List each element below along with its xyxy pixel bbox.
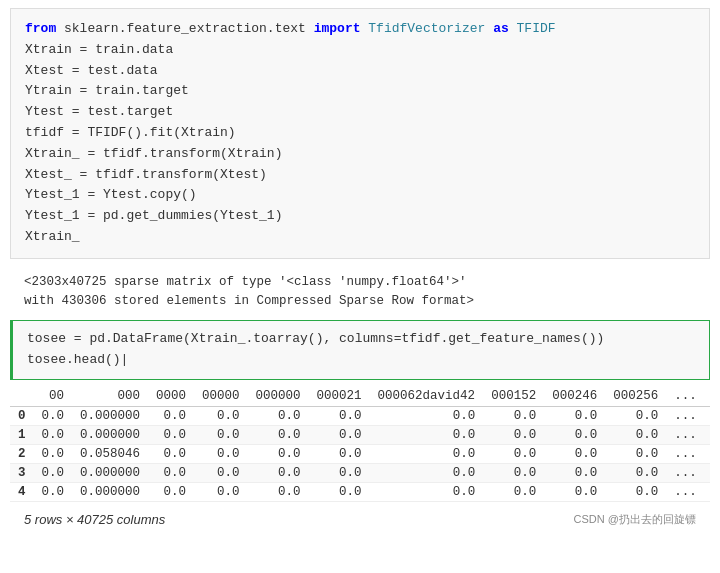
code-line-5: Ytest = test.target bbox=[25, 102, 695, 123]
cell: 0.0 bbox=[483, 425, 544, 444]
cell: 0.0 bbox=[605, 463, 666, 482]
cell: 0.0 bbox=[309, 463, 370, 482]
cell: 0.0 bbox=[34, 444, 73, 463]
dataframe-container: 00 000 0000 00000 000000 000021 000062da… bbox=[10, 386, 710, 502]
cell: 0.0 bbox=[34, 406, 73, 425]
cell: 0.0 bbox=[309, 406, 370, 425]
col-header-zwrm: zwrm bbox=[705, 386, 710, 407]
cell: 0.0 bbox=[194, 444, 248, 463]
cell: 0.0 bbox=[194, 406, 248, 425]
cell: 0.0 bbox=[148, 444, 194, 463]
row-index-3: 3 bbox=[10, 463, 34, 482]
cell: 0.0 bbox=[370, 406, 484, 425]
row-index-0: 0 bbox=[10, 406, 34, 425]
cell: 0.0 bbox=[605, 425, 666, 444]
cell: 0.0 bbox=[483, 463, 544, 482]
cell: 0.0 bbox=[605, 406, 666, 425]
code-line-11: Xtrain_ bbox=[25, 227, 695, 248]
cell: 0.0 bbox=[544, 425, 605, 444]
cell: 0.0 bbox=[34, 463, 73, 482]
cell: 0.0 bbox=[544, 444, 605, 463]
cell-ellipsis: ... bbox=[666, 482, 705, 501]
cell: 0.0 bbox=[309, 425, 370, 444]
cell: 0.0 bbox=[705, 463, 710, 482]
row-index-1: 1 bbox=[10, 425, 34, 444]
cell: 0.0 bbox=[370, 444, 484, 463]
cell: 0.0 bbox=[34, 482, 73, 501]
cell: 0.0 bbox=[148, 406, 194, 425]
col-header-000062david42: 000062david42 bbox=[370, 386, 484, 407]
table-row: 2 0.0 0.058046 0.0 0.0 0.0 0.0 0.0 0.0 0… bbox=[10, 444, 710, 463]
code-line-2: Xtrain = train.data bbox=[25, 40, 695, 61]
output-block-1: <2303x40725 sparse matrix of type '<clas… bbox=[10, 267, 710, 317]
cell-ellipsis: ... bbox=[666, 406, 705, 425]
code-line-7: Xtrain_ = tfidf.transform(Xtrain) bbox=[25, 144, 695, 165]
cell: 0.0 bbox=[194, 425, 248, 444]
row-index-2: 2 bbox=[10, 444, 34, 463]
col-header-000256: 000256 bbox=[605, 386, 666, 407]
cell: 0.0 bbox=[483, 406, 544, 425]
output-line-1: <2303x40725 sparse matrix of type '<clas… bbox=[24, 273, 696, 292]
cell: 0.0 bbox=[705, 406, 710, 425]
table-summary: 5 rows × 40725 columns bbox=[24, 512, 165, 527]
cell: 0.0 bbox=[705, 482, 710, 501]
cell: 0.0 bbox=[148, 425, 194, 444]
col-header-000: 000 bbox=[72, 386, 148, 407]
cell: 0.0 bbox=[605, 482, 666, 501]
cell: 0.000000 bbox=[72, 463, 148, 482]
cell: 0.0 bbox=[483, 444, 544, 463]
cell: 0.0 bbox=[248, 406, 309, 425]
cell: 0.0 bbox=[370, 463, 484, 482]
code-line-9: Ytest_1 = Ytest.copy() bbox=[25, 185, 695, 206]
cell: 0.0 bbox=[194, 482, 248, 501]
code2-line-1: tosee = pd.DataFrame(Xtrain_.toarray(), … bbox=[27, 329, 695, 350]
cell: 0.0 bbox=[248, 463, 309, 482]
col-header-0000: 0000 bbox=[148, 386, 194, 407]
cell: 0.0 bbox=[370, 425, 484, 444]
code-block-1: from sklearn.feature_extraction.text imp… bbox=[10, 8, 710, 259]
cell: 0.000000 bbox=[72, 425, 148, 444]
cell: 0.0 bbox=[605, 444, 666, 463]
cell: 0.0 bbox=[483, 482, 544, 501]
dataframe-table: 00 000 0000 00000 000000 000021 000062da… bbox=[10, 386, 710, 502]
table-row: 0 0.0 0.000000 0.0 0.0 0.0 0.0 0.0 0.0 0… bbox=[10, 406, 710, 425]
output-line-2: with 430306 stored elements in Compresse… bbox=[24, 292, 696, 311]
cell: 0.0 bbox=[370, 482, 484, 501]
footer: 5 rows × 40725 columns CSDN @扔出去的回旋镖 bbox=[10, 506, 710, 533]
cell: 0.0 bbox=[705, 444, 710, 463]
col-header-ellipsis: ... bbox=[666, 386, 705, 407]
cell: 0.000000 bbox=[72, 406, 148, 425]
col-header-000021: 000021 bbox=[309, 386, 370, 407]
cell: 0.0 bbox=[544, 482, 605, 501]
cell: 0.0 bbox=[34, 425, 73, 444]
col-header-00: 00 bbox=[34, 386, 73, 407]
col-header-00000: 00000 bbox=[194, 386, 248, 407]
code-line-1: from sklearn.feature_extraction.text imp… bbox=[25, 19, 695, 40]
table-row: 3 0.0 0.000000 0.0 0.0 0.0 0.0 0.0 0.0 0… bbox=[10, 463, 710, 482]
cell: 0.0 bbox=[248, 482, 309, 501]
cell: 0.0 bbox=[309, 482, 370, 501]
watermark: CSDN @扔出去的回旋镖 bbox=[574, 512, 696, 527]
cell: 0.0 bbox=[248, 425, 309, 444]
table-row: 1 0.0 0.000000 0.0 0.0 0.0 0.0 0.0 0.0 0… bbox=[10, 425, 710, 444]
col-header-000000: 000000 bbox=[248, 386, 309, 407]
cell-ellipsis: ... bbox=[666, 444, 705, 463]
cell: 0.058046 bbox=[72, 444, 148, 463]
cell: 0.0 bbox=[248, 444, 309, 463]
col-header-index bbox=[10, 386, 34, 407]
code-line-8: Xtest_ = tfidf.transform(Xtest) bbox=[25, 165, 695, 186]
cell-ellipsis: ... bbox=[666, 425, 705, 444]
code-line-3: Xtest = test.data bbox=[25, 61, 695, 82]
cell: 0.0 bbox=[194, 463, 248, 482]
code2-line-2: tosee.head()| bbox=[27, 350, 695, 371]
cell: 0.0 bbox=[309, 444, 370, 463]
cell-ellipsis: ... bbox=[666, 463, 705, 482]
cell: 0.0 bbox=[544, 463, 605, 482]
cell: 0.0 bbox=[148, 482, 194, 501]
col-header-000246: 000246 bbox=[544, 386, 605, 407]
code-line-6: tfidf = TFIDF().fit(Xtrain) bbox=[25, 123, 695, 144]
row-index-4: 4 bbox=[10, 482, 34, 501]
col-header-000152: 000152 bbox=[483, 386, 544, 407]
cell: 0.000000 bbox=[72, 482, 148, 501]
code-block-2: tosee = pd.DataFrame(Xtrain_.toarray(), … bbox=[10, 320, 710, 380]
